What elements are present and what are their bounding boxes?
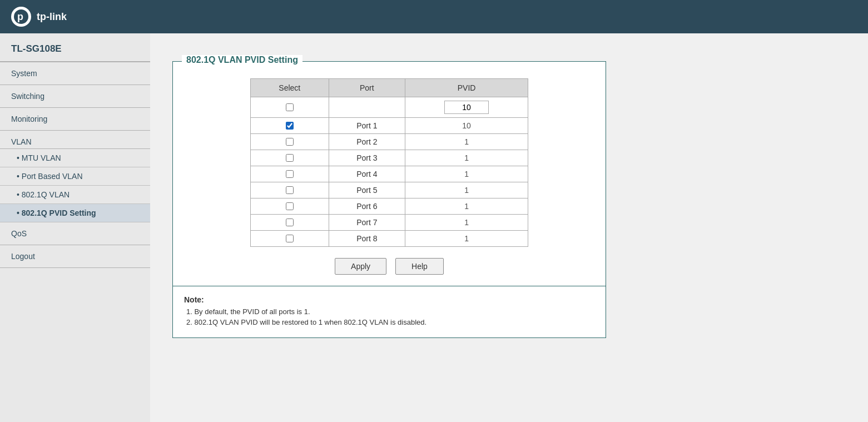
row-checkbox-5[interactable] — [286, 186, 294, 194]
table-row: Port 110 — [251, 118, 528, 134]
pvid-panel: 802.1Q VLAN PVID Setting Select Port PVI… — [172, 61, 606, 338]
row-select-cell[interactable] — [251, 182, 329, 198]
row-port-cell: Port 2 — [329, 134, 405, 150]
table-row: Port 21 — [251, 134, 528, 150]
row-pvid-cell: 10 — [405, 118, 528, 134]
row-checkbox-8[interactable] — [286, 235, 294, 242]
logo-area: p tp-link — [11, 7, 67, 27]
col-select: Select — [251, 79, 329, 97]
note-title: Note: — [184, 295, 594, 304]
select-all-cell[interactable] — [251, 97, 329, 118]
row-checkbox-7[interactable] — [286, 219, 294, 226]
sidebar-item-switching[interactable]: Switching — [0, 85, 150, 108]
note-item-1: 1. By default, the PVID of all ports is … — [184, 307, 594, 316]
table-row: Port 41 — [251, 166, 528, 182]
port-based-vlan-label: Port Based VLAN — [22, 172, 83, 181]
row-pvid-cell: 1 — [405, 182, 528, 198]
panel-title: 802.1Q VLAN PVID Setting — [182, 55, 302, 65]
row-select-cell[interactable] — [251, 215, 329, 231]
row-port-cell: Port 1 — [329, 118, 405, 134]
sidebar-item-logout[interactable]: Logout — [0, 245, 150, 268]
row-checkbox-3[interactable] — [286, 154, 294, 162]
sidebar-item-802q-pvid[interactable]: • 802.1Q PVID Setting — [0, 204, 150, 222]
col-pvid: PVID — [405, 79, 528, 97]
row-select-cell[interactable] — [251, 150, 329, 166]
panel-body: Select Port PVID — [173, 62, 606, 286]
device-title: TL-SG108E — [0, 33, 150, 62]
row-pvid-cell: 1 — [405, 150, 528, 166]
header-pvid-input[interactable] — [444, 101, 489, 114]
bullet: • — [17, 190, 22, 199]
logo-text: tp-link — [37, 11, 67, 23]
button-row: Apply Help — [195, 258, 583, 275]
table-row: Port 51 — [251, 182, 528, 198]
row-port-cell: Port 5 — [329, 182, 405, 198]
sidebar-item-port-based-vlan[interactable]: • Port Based VLAN — [0, 167, 150, 186]
main-layout: TL-SG108E System Switching Monitoring VL… — [0, 33, 868, 422]
bullet: • — [17, 153, 22, 162]
802q-pvid-label: 802.1Q PVID Setting — [22, 208, 96, 217]
sidebar-item-monitoring[interactable]: Monitoring — [0, 108, 150, 131]
bullet: • — [17, 172, 22, 181]
mtu-vlan-label: MTU VLAN — [22, 153, 61, 162]
row-pvid-cell: 1 — [405, 198, 528, 215]
row-checkbox-2[interactable] — [286, 138, 294, 146]
col-port: Port — [329, 79, 405, 97]
table-row: Port 71 — [251, 215, 528, 231]
row-select-cell[interactable] — [251, 118, 329, 134]
row-select-cell[interactable] — [251, 231, 329, 247]
content-area: 802.1Q VLAN PVID Setting Select Port PVI… — [150, 33, 868, 422]
row-select-cell[interactable] — [251, 198, 329, 215]
802q-vlan-label: 802.1Q VLAN — [22, 190, 70, 199]
select-all-checkbox[interactable] — [286, 103, 294, 111]
row-port-cell: Port 8 — [329, 231, 405, 247]
row-port-cell: Port 7 — [329, 215, 405, 231]
row-pvid-cell: 1 — [405, 215, 528, 231]
row-checkbox-6[interactable] — [286, 202, 294, 210]
table-row: Port 81 — [251, 231, 528, 247]
sidebar: TL-SG108E System Switching Monitoring VL… — [0, 33, 150, 422]
note-section: Note: 1. By default, the PVID of all por… — [173, 286, 606, 337]
row-checkbox-1[interactable] — [286, 122, 294, 130]
row-pvid-cell: 1 — [405, 231, 528, 247]
sidebar-item-qos[interactable]: QoS — [0, 222, 150, 245]
row-select-cell[interactable] — [251, 166, 329, 182]
row-port-cell: Port 4 — [329, 166, 405, 182]
header-pvid-input-cell[interactable] — [405, 97, 528, 118]
header: p tp-link — [0, 0, 868, 33]
apply-button[interactable]: Apply — [335, 258, 386, 275]
row-pvid-cell: 1 — [405, 166, 528, 182]
table-row: Port 61 — [251, 198, 528, 215]
row-checkbox-4[interactable] — [286, 170, 294, 178]
table-row: Port 31 — [251, 150, 528, 166]
row-port-cell: Port 3 — [329, 150, 405, 166]
sidebar-item-system[interactable]: System — [0, 62, 150, 85]
pvid-table: Select Port PVID — [250, 78, 528, 247]
sidebar-item-vlan: VLAN — [0, 131, 150, 149]
sidebar-nav: System Switching Monitoring VLAN • MTU V… — [0, 62, 150, 268]
sidebar-item-mtu-vlan[interactable]: • MTU VLAN — [0, 149, 150, 167]
note-item-2: 2. 802.1Q VLAN PVID will be restored to … — [184, 318, 594, 326]
bullet: • — [17, 208, 22, 217]
row-port-cell: Port 6 — [329, 198, 405, 215]
svg-text:p: p — [17, 11, 23, 22]
sidebar-item-802q-vlan[interactable]: • 802.1Q VLAN — [0, 186, 150, 204]
row-pvid-cell: 1 — [405, 134, 528, 150]
row-select-cell[interactable] — [251, 134, 329, 150]
tp-link-logo-icon: p — [11, 7, 31, 27]
header-port-empty — [329, 97, 405, 118]
help-button[interactable]: Help — [395, 258, 444, 275]
